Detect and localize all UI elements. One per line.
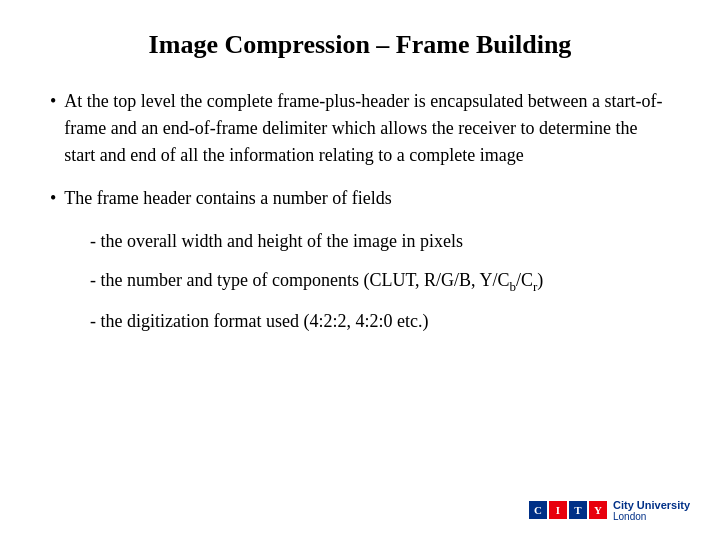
bullet-item-1: • At the top level the complete frame-pl… xyxy=(50,88,670,169)
logo-block-y: Y xyxy=(589,501,607,519)
sub-item-1: - the overall width and height of the im… xyxy=(90,228,670,255)
bullet-1-text: At the top level the complete frame-plus… xyxy=(64,88,670,169)
content-area: • At the top level the complete frame-pl… xyxy=(50,88,670,335)
city-logo-blocks: C I T Y xyxy=(529,501,607,519)
city-text-area: City University London xyxy=(613,499,690,522)
page-title: Image Compression – Frame Building xyxy=(50,30,670,60)
logo-block-i: I xyxy=(549,501,567,519)
city-london-text: London xyxy=(613,511,690,522)
sub2-mid: /C xyxy=(516,270,533,290)
sub-item-2: - the number and type of components (CLU… xyxy=(90,267,670,296)
bullet-2-marker: • xyxy=(50,185,56,212)
city-university-text: City University xyxy=(613,499,690,511)
bullet-1-marker: • xyxy=(50,88,56,115)
page-container: Image Compression – Frame Building • At … xyxy=(0,0,720,540)
logo-block-c: C xyxy=(529,501,547,519)
sub2-prefix: - the number and type of components (CLU… xyxy=(90,270,509,290)
sub2-suffix: ) xyxy=(537,270,543,290)
bullet-2-text: The frame header contains a number of fi… xyxy=(64,185,670,212)
sub-item-3: - the digitization format used (4:2:2, 4… xyxy=(90,308,670,335)
bullet-item-2: • The frame header contains a number of … xyxy=(50,185,670,212)
logo-block-t: T xyxy=(569,501,587,519)
logo-area: C I T Y City University London xyxy=(529,499,690,522)
